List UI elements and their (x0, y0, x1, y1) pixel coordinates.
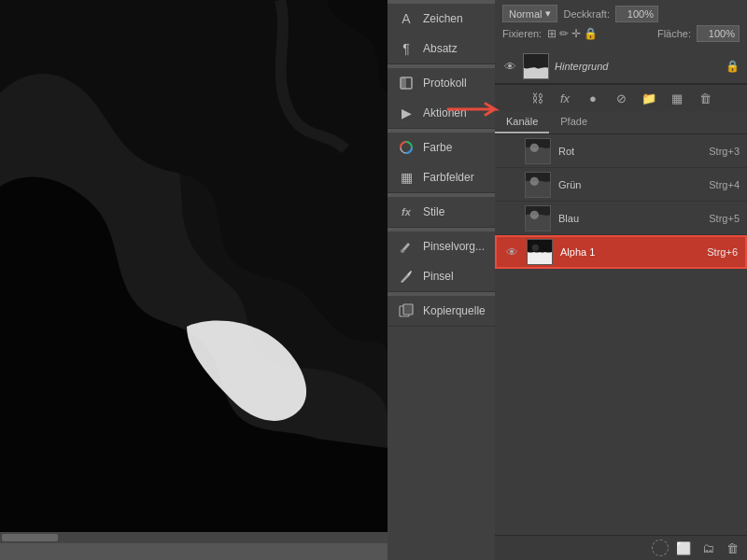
panel-item-protokoll[interactable]: Protokoll (388, 68, 495, 98)
farbfelder-label: Farbfelder (423, 171, 474, 184)
channel-alpha1-thumb (527, 239, 553, 265)
aktionen-label: Aktionen (423, 106, 467, 119)
layers-panel-top: Normal ▾ Deckkraft: 100% Fixieren: ⊞ ✏ ✛… (495, 0, 747, 49)
lock-icon: 🔒 (726, 60, 740, 73)
fix-position-icon[interactable]: ⊞ (547, 27, 557, 40)
stile-label: Stile (423, 205, 444, 218)
new-channel-icon[interactable]: 🗂 (698, 539, 717, 557)
fill-value[interactable]: 100% (697, 25, 740, 42)
panel-section-protokoll: Protokoll ▶ Aktionen (388, 68, 495, 129)
fix-paint-icon[interactable]: ✏ (559, 27, 569, 40)
channel-list: Rot Strg+3 Grün Strg+4 (495, 134, 747, 535)
grid-icon[interactable]: ▦ (668, 89, 686, 107)
channel-rot-thumb (525, 138, 551, 164)
channel-alpha1[interactable]: 👁 Alpha 1 Strg+6 (495, 235, 747, 269)
svg-rect-9 (403, 304, 413, 315)
channel-gruen-thumb (525, 172, 551, 198)
panel-item-farbe[interactable]: Farbe (388, 133, 495, 162)
svg-point-16 (530, 210, 539, 218)
channel-blau-name: Blau (558, 213, 701, 224)
protokoll-label: Protokoll (423, 77, 467, 90)
channel-alpha1-name: Alpha 1 (560, 246, 699, 258)
panel-section-stile: fx Stile (388, 197, 495, 228)
panel-item-kopierquelle[interactable]: Kopierquelle (388, 296, 495, 326)
folder-icon[interactable]: 📁 (640, 89, 658, 107)
fix-lock-icon[interactable]: 🔒 (584, 27, 598, 40)
hintergrund-thumb (523, 53, 549, 79)
channel-alpha1-shortcut: Strg+6 (707, 246, 738, 258)
channel-blau-thumb (525, 205, 551, 231)
fill-row: Fixieren: ⊞ ✏ ✛ 🔒 Fläche: 100% (502, 25, 740, 42)
trash-icon[interactable]: 🗑 (696, 89, 714, 107)
save-channel-icon[interactable]: ⬜ (674, 539, 693, 557)
channel-alpha1-eye[interactable]: 👁 (504, 245, 519, 259)
svg-point-18 (532, 245, 539, 251)
fx-icon[interactable]: fx (556, 89, 574, 107)
channel-gruen-shortcut: Strg+4 (709, 179, 740, 190)
canvas-area (0, 0, 388, 560)
canvas-image (0, 0, 388, 532)
hintergrund-eye[interactable]: 👁 (502, 59, 517, 74)
fix-move-icon[interactable]: ✛ (571, 27, 581, 40)
layers-top-area: Normal ▾ Deckkraft: 100% Fixieren: ⊞ ✏ ✛… (495, 0, 747, 84)
absatz-label: Absatz (423, 42, 458, 55)
protokoll-icon (397, 74, 416, 92)
right-panels: Normal ▾ Deckkraft: 100% Fixieren: ⊞ ✏ ✛… (495, 0, 747, 560)
chain-icon[interactable]: ⛓ (528, 89, 546, 107)
circle-icon[interactable]: ● (584, 89, 602, 107)
farbfelder-icon: ▦ (397, 168, 416, 187)
opacity-label: Deckkraft: (563, 8, 610, 20)
blend-mode-select[interactable]: Normal ▾ (502, 5, 557, 22)
main-layout: A Zeichen ¶ Absatz Protokoll ▶ (0, 0, 747, 560)
opacity-value[interactable]: 100% (615, 6, 658, 22)
channel-gruen-name: Grün (558, 179, 701, 190)
channel-blau-shortcut: Strg+5 (709, 213, 740, 224)
scrollbar-thumb (2, 534, 58, 541)
channels-bottom-toolbar: ⬜ 🗂 🗑 (495, 535, 747, 560)
panel-item-zeichen[interactable]: A Zeichen (388, 4, 495, 34)
fill-label: Fläche: (657, 28, 691, 39)
pinselvorg-icon (397, 237, 416, 256)
channel-rot-name: Rot (558, 146, 701, 157)
pinselvorg-label: Pinselvorg... (423, 240, 485, 253)
zeichen-label: Zeichen (423, 12, 463, 25)
channel-gruen[interactable]: Grün Strg+4 (495, 168, 747, 202)
aktionen-icon: ▶ (397, 104, 416, 122)
canvas-scrollbar[interactable] (0, 532, 388, 543)
tab-pfade[interactable]: Pfade (549, 111, 599, 133)
blend-mode-value: Normal (509, 8, 542, 20)
fix-icons: ⊞ ✏ ✛ 🔒 (547, 27, 652, 40)
panel-section-pinsel: Pinselvorg... Pinsel (388, 231, 495, 292)
panel-section-zeichen: A Zeichen ¶ Absatz (388, 4, 495, 64)
hintergrund-layer-row[interactable]: 👁 Hintergrund 🔒 (495, 49, 747, 83)
delete-channel-icon[interactable]: 🗑 (723, 539, 741, 557)
panel-item-farbfelder[interactable]: ▦ Farbfelder (388, 162, 495, 192)
fix-label: Fixieren: (502, 28, 542, 39)
panel-item-pinselvorg[interactable]: Pinselvorg... (388, 231, 495, 261)
middle-panel: A Zeichen ¶ Absatz Protokoll ▶ (388, 0, 495, 560)
panel-item-pinsel[interactable]: Pinsel (388, 261, 495, 291)
panel-item-absatz[interactable]: ¶ Absatz (388, 34, 495, 63)
channel-rot[interactable]: Rot Strg+3 (495, 134, 747, 168)
channel-tabs: Kanäle Pfade (495, 111, 747, 134)
channel-blau[interactable]: Blau Strg+5 (495, 202, 747, 235)
svg-rect-5 (401, 77, 406, 89)
panel-item-aktionen[interactable]: ▶ Aktionen (388, 98, 495, 128)
channels-panel-toolbar: ⛓ fx ● ⊘ 📁 ▦ 🗑 (495, 84, 747, 111)
hintergrund-name: Hintergrund (555, 61, 720, 72)
absatz-icon: ¶ (397, 39, 416, 58)
dotted-circle-icon[interactable] (652, 539, 669, 556)
kopierquelle-icon (397, 301, 416, 320)
mask-icon[interactable]: ⊘ (612, 89, 630, 107)
tab-kanaele[interactable]: Kanäle (495, 111, 549, 133)
svg-point-7 (401, 249, 404, 253)
channel-rot-shortcut: Strg+3 (709, 146, 740, 157)
kopierquelle-label: Kopierquelle (423, 304, 486, 317)
channels-panel: ⛓ fx ● ⊘ 📁 ▦ 🗑 Kanäle Pfade (495, 84, 747, 560)
stile-icon: fx (397, 203, 416, 221)
svg-point-14 (530, 176, 539, 185)
panel-section-kopier: Kopierquelle (388, 296, 495, 327)
pinsel-label: Pinsel (423, 270, 454, 283)
blend-row: Normal ▾ Deckkraft: 100% (502, 5, 740, 22)
panel-item-stile[interactable]: fx Stile (388, 197, 495, 227)
